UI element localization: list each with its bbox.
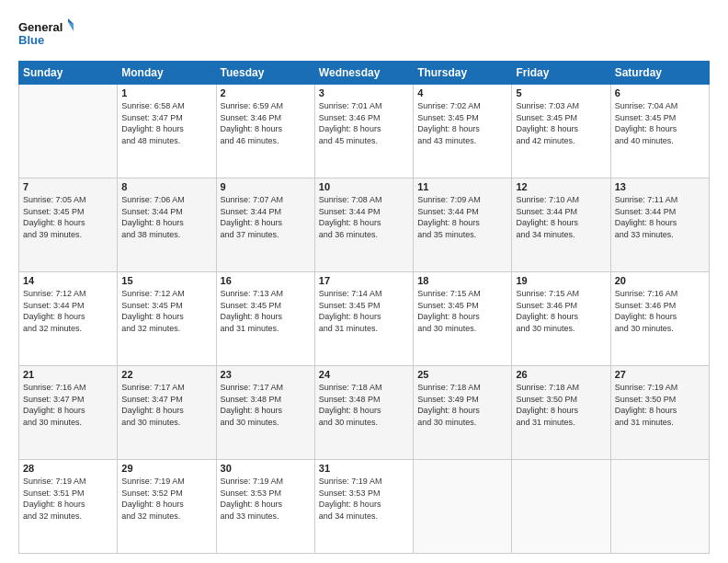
calendar-week-row: 1Sunrise: 6:58 AM Sunset: 3:47 PM Daylig… <box>19 85 710 178</box>
logo-svg: General Blue <box>18 17 74 53</box>
day-info: Sunrise: 7:15 AM Sunset: 3:46 PM Dayligh… <box>516 288 606 334</box>
calendar-cell: 25Sunrise: 7:18 AM Sunset: 3:49 PM Dayli… <box>414 366 512 460</box>
day-number: 24 <box>319 369 409 380</box>
calendar-cell: 29Sunrise: 7:19 AM Sunset: 3:52 PM Dayli… <box>118 460 216 554</box>
day-info: Sunrise: 7:18 AM Sunset: 3:49 PM Dayligh… <box>417 382 507 428</box>
day-number: 31 <box>319 463 409 474</box>
calendar-cell: 6Sunrise: 7:04 AM Sunset: 3:45 PM Daylig… <box>610 85 709 178</box>
day-info: Sunrise: 7:19 AM Sunset: 3:51 PM Dayligh… <box>23 476 113 522</box>
day-info: Sunrise: 7:16 AM Sunset: 3:47 PM Dayligh… <box>23 382 113 428</box>
day-number: 14 <box>23 275 113 286</box>
day-info: Sunrise: 7:07 AM Sunset: 3:44 PM Dayligh… <box>221 194 311 240</box>
calendar-cell: 28Sunrise: 7:19 AM Sunset: 3:51 PM Dayli… <box>19 460 118 554</box>
day-info: Sunrise: 6:59 AM Sunset: 3:46 PM Dayligh… <box>221 100 311 146</box>
calendar-cell: 18Sunrise: 7:15 AM Sunset: 3:45 PM Dayli… <box>414 272 512 366</box>
calendar-cell: 5Sunrise: 7:03 AM Sunset: 3:45 PM Daylig… <box>512 85 610 178</box>
col-header-monday: Monday <box>118 62 216 85</box>
day-info: Sunrise: 7:19 AM Sunset: 3:50 PM Dayligh… <box>615 382 705 428</box>
calendar-cell: 17Sunrise: 7:14 AM Sunset: 3:45 PM Dayli… <box>314 272 413 366</box>
col-header-friday: Friday <box>512 62 610 85</box>
calendar-table: SundayMondayTuesdayWednesdayThursdayFrid… <box>18 61 710 554</box>
day-info: Sunrise: 7:17 AM Sunset: 3:47 PM Dayligh… <box>121 382 211 428</box>
svg-text:General: General <box>18 20 63 34</box>
day-number: 27 <box>615 369 705 380</box>
day-info: Sunrise: 7:09 AM Sunset: 3:44 PM Dayligh… <box>417 194 507 240</box>
calendar-cell: 9Sunrise: 7:07 AM Sunset: 3:44 PM Daylig… <box>216 178 314 272</box>
day-info: Sunrise: 7:08 AM Sunset: 3:44 PM Dayligh… <box>319 194 409 240</box>
calendar-cell <box>19 85 118 178</box>
calendar-week-row: 14Sunrise: 7:12 AM Sunset: 3:44 PM Dayli… <box>19 272 710 366</box>
calendar-header-row: SundayMondayTuesdayWednesdayThursdayFrid… <box>19 62 710 85</box>
day-number: 25 <box>417 369 507 380</box>
calendar-cell: 8Sunrise: 7:06 AM Sunset: 3:44 PM Daylig… <box>118 178 216 272</box>
day-info: Sunrise: 7:02 AM Sunset: 3:45 PM Dayligh… <box>417 100 507 146</box>
day-info: Sunrise: 7:15 AM Sunset: 3:45 PM Dayligh… <box>417 288 507 334</box>
day-number: 9 <box>221 181 311 192</box>
day-number: 28 <box>23 463 113 474</box>
day-info: Sunrise: 7:12 AM Sunset: 3:44 PM Dayligh… <box>23 288 113 334</box>
calendar-cell: 31Sunrise: 7:19 AM Sunset: 3:53 PM Dayli… <box>314 460 413 554</box>
day-number: 16 <box>221 275 311 286</box>
day-info: Sunrise: 7:18 AM Sunset: 3:48 PM Dayligh… <box>319 382 409 428</box>
calendar-cell: 2Sunrise: 6:59 AM Sunset: 3:46 PM Daylig… <box>216 85 314 178</box>
calendar-cell: 21Sunrise: 7:16 AM Sunset: 3:47 PM Dayli… <box>19 366 118 460</box>
calendar-cell: 22Sunrise: 7:17 AM Sunset: 3:47 PM Dayli… <box>118 366 216 460</box>
calendar-cell: 30Sunrise: 7:19 AM Sunset: 3:53 PM Dayli… <box>216 460 314 554</box>
calendar-cell: 7Sunrise: 7:05 AM Sunset: 3:45 PM Daylig… <box>19 178 118 272</box>
col-header-tuesday: Tuesday <box>216 62 314 85</box>
calendar-cell: 10Sunrise: 7:08 AM Sunset: 3:44 PM Dayli… <box>314 178 413 272</box>
calendar-cell: 24Sunrise: 7:18 AM Sunset: 3:48 PM Dayli… <box>314 366 413 460</box>
calendar-cell: 3Sunrise: 7:01 AM Sunset: 3:46 PM Daylig… <box>314 85 413 178</box>
day-number: 18 <box>417 275 507 286</box>
day-number: 3 <box>319 87 409 98</box>
day-info: Sunrise: 6:58 AM Sunset: 3:47 PM Dayligh… <box>121 100 211 146</box>
logo: General Blue <box>18 17 74 53</box>
day-number: 13 <box>615 181 705 192</box>
calendar-week-row: 7Sunrise: 7:05 AM Sunset: 3:45 PM Daylig… <box>19 178 710 272</box>
day-number: 1 <box>121 87 211 98</box>
day-info: Sunrise: 7:16 AM Sunset: 3:46 PM Dayligh… <box>615 288 705 334</box>
calendar-cell: 1Sunrise: 6:58 AM Sunset: 3:47 PM Daylig… <box>118 85 216 178</box>
calendar-cell: 13Sunrise: 7:11 AM Sunset: 3:44 PM Dayli… <box>610 178 709 272</box>
col-header-thursday: Thursday <box>414 62 512 85</box>
calendar-cell: 19Sunrise: 7:15 AM Sunset: 3:46 PM Dayli… <box>512 272 610 366</box>
calendar-cell: 26Sunrise: 7:18 AM Sunset: 3:50 PM Dayli… <box>512 366 610 460</box>
day-info: Sunrise: 7:10 AM Sunset: 3:44 PM Dayligh… <box>516 194 606 240</box>
calendar-cell <box>414 460 512 554</box>
calendar-week-row: 21Sunrise: 7:16 AM Sunset: 3:47 PM Dayli… <box>19 366 710 460</box>
day-number: 15 <box>121 275 211 286</box>
day-number: 17 <box>319 275 409 286</box>
day-info: Sunrise: 7:01 AM Sunset: 3:46 PM Dayligh… <box>319 100 409 146</box>
calendar-cell: 23Sunrise: 7:17 AM Sunset: 3:48 PM Dayli… <box>216 366 314 460</box>
page: General Blue SundayMondayTuesdayWednesda… <box>0 0 728 563</box>
day-info: Sunrise: 7:05 AM Sunset: 3:45 PM Dayligh… <box>23 194 113 240</box>
header: General Blue <box>18 17 710 53</box>
day-info: Sunrise: 7:11 AM Sunset: 3:44 PM Dayligh… <box>615 194 705 240</box>
day-info: Sunrise: 7:19 AM Sunset: 3:53 PM Dayligh… <box>221 476 311 522</box>
day-number: 5 <box>516 87 606 98</box>
day-number: 2 <box>221 87 311 98</box>
calendar-cell: 20Sunrise: 7:16 AM Sunset: 3:46 PM Dayli… <box>610 272 709 366</box>
svg-text:Blue: Blue <box>18 33 44 47</box>
col-header-wednesday: Wednesday <box>314 62 413 85</box>
day-info: Sunrise: 7:14 AM Sunset: 3:45 PM Dayligh… <box>319 288 409 334</box>
day-info: Sunrise: 7:04 AM Sunset: 3:45 PM Dayligh… <box>615 100 705 146</box>
day-info: Sunrise: 7:03 AM Sunset: 3:45 PM Dayligh… <box>516 100 606 146</box>
day-number: 21 <box>23 369 113 380</box>
day-number: 12 <box>516 181 606 192</box>
day-number: 7 <box>23 181 113 192</box>
day-number: 23 <box>221 369 311 380</box>
day-number: 11 <box>417 181 507 192</box>
day-number: 4 <box>417 87 507 98</box>
day-number: 20 <box>615 275 705 286</box>
day-number: 6 <box>615 87 705 98</box>
calendar-week-row: 28Sunrise: 7:19 AM Sunset: 3:51 PM Dayli… <box>19 460 710 554</box>
day-number: 29 <box>121 463 211 474</box>
day-number: 26 <box>516 369 606 380</box>
calendar-cell: 16Sunrise: 7:13 AM Sunset: 3:45 PM Dayli… <box>216 272 314 366</box>
calendar-cell: 15Sunrise: 7:12 AM Sunset: 3:45 PM Dayli… <box>118 272 216 366</box>
calendar-cell: 14Sunrise: 7:12 AM Sunset: 3:44 PM Dayli… <box>19 272 118 366</box>
calendar-cell: 4Sunrise: 7:02 AM Sunset: 3:45 PM Daylig… <box>414 85 512 178</box>
day-info: Sunrise: 7:17 AM Sunset: 3:48 PM Dayligh… <box>221 382 311 428</box>
day-info: Sunrise: 7:12 AM Sunset: 3:45 PM Dayligh… <box>121 288 211 334</box>
